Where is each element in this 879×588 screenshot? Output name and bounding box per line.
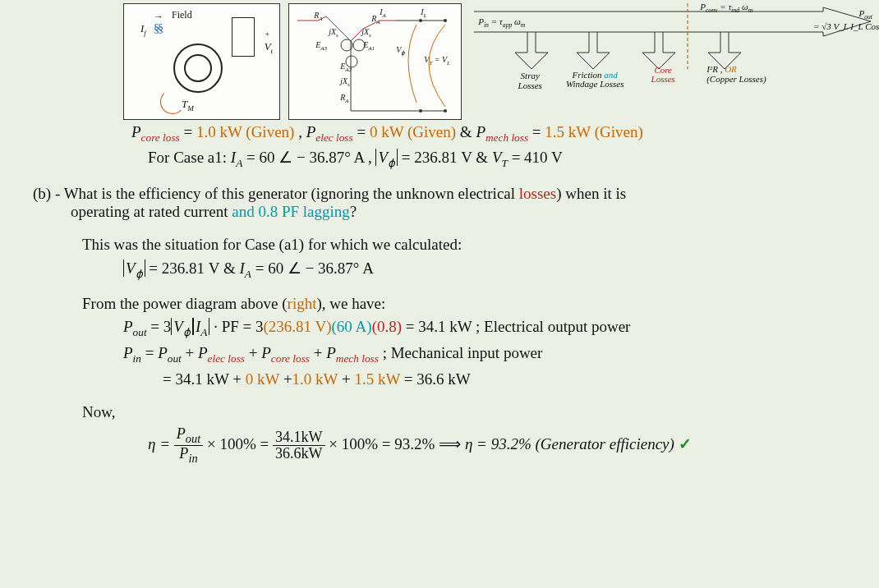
label-copper: I²R , OR(Copper Losses)	[706, 64, 766, 84]
checkmark-icon: ✓	[679, 435, 692, 452]
shaft-circle	[184, 54, 212, 82]
diagram-field-machine: → Field If §§ +Vt TM	[123, 3, 280, 120]
label-Pout-eq: = √3 V_L I_L Cos(θ)	[813, 21, 879, 31]
diagrams-row: → Field If §§ +Vt TM RA IA IL RA jXs jXs…	[0, 0, 879, 120]
label-Pconv: Pconv = τind ωm	[700, 2, 752, 14]
svg-point-1	[444, 109, 447, 113]
label-friction: Friction and Windage Losses	[562, 71, 628, 89]
diagram-power-flow: Pconv = τind ωm Pout = √3 V_L I_L Cos(θ)…	[470, 3, 871, 118]
label-Pout: Pout	[858, 8, 872, 21]
eq-Pout: Pout = 3VϕIA · PF = 3(236.81 V)(60 A)(0.…	[123, 318, 879, 339]
label-core: Core Losses	[642, 66, 683, 84]
label-field: Field	[172, 9, 192, 21]
label-stray: Stray Losses	[509, 71, 550, 90]
svg-point-5	[353, 39, 365, 51]
calc-intro: This was the situation for Case (a1) for…	[82, 236, 879, 254]
svg-point-6	[346, 56, 357, 67]
question-b-line1: (b) - What is the efficiency of this gen…	[33, 185, 879, 203]
coil-icon: §§	[154, 22, 162, 35]
label-Vt: +Vt	[265, 27, 273, 55]
page-root: → Field If §§ +Vt TM RA IA IL RA jXs jXs…	[0, 0, 879, 588]
eq-eta: η = PoutPin × 100% = 34.1kW36.6kW × 100%…	[148, 426, 879, 465]
powerflow-svg-icon	[470, 3, 872, 118]
terminal-box	[232, 17, 255, 57]
diagram-equivalent-circuit: RA IA IL RA jXs jXs EA1 EA3 EA2 jXs RA V…	[288, 3, 462, 120]
question-b-line2: operating at rated current and 0.8 PF la…	[71, 203, 879, 221]
svg-point-3	[419, 109, 422, 113]
calc-values: Vϕ = 236.81 V & IA = 60 ∠ − 36.87° A	[123, 259, 879, 281]
arrow-icon: →	[154, 11, 163, 23]
label-If: If	[140, 22, 146, 37]
svg-point-2	[419, 19, 422, 22]
line-losses-given: Pcore loss = 1.0 kW (Given) , Pelec loss…	[131, 123, 879, 145]
label-Pin: Pin = τapp ωm	[478, 16, 525, 29]
now-label: Now,	[82, 403, 879, 421]
from-diagram-line: From the power diagram above (right), we…	[82, 295, 879, 313]
line-case-a1: For Case a1: IA = 60 ∠ − 36.87° A , Vϕ =…	[148, 148, 879, 170]
label-Tm: TM	[182, 98, 194, 113]
eq-Pin-numeric: = 34.1 kW + 0 kW +1.0 kW + 1.5 kW = 36.6…	[163, 370, 879, 388]
svg-point-0	[444, 19, 447, 22]
eq-Pin-symbolic: Pin = Pout + Pelec loss + Pcore loss + P…	[123, 344, 879, 365]
circuit-lines-icon	[289, 4, 462, 119]
